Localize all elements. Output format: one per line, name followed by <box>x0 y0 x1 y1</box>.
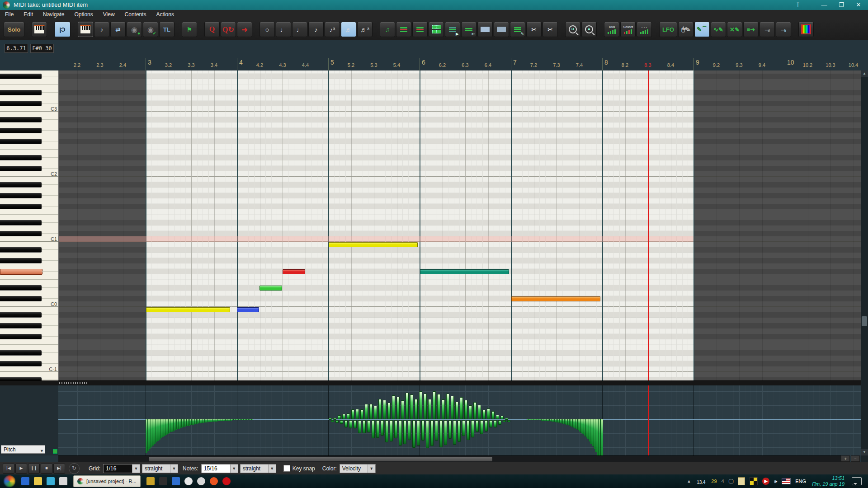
piano-keyboard[interactable]: C3C2C1C0C-1 <box>0 70 59 380</box>
legato-button[interactable]: ♫ <box>380 22 395 37</box>
batman-app-icon[interactable] <box>750 477 758 485</box>
midi-note-C1[interactable] <box>146 307 230 312</box>
key-F#2[interactable] <box>0 139 42 144</box>
key-G#0[interactable] <box>0 258 42 263</box>
maximize-button[interactable]: ❐ <box>835 1 848 9</box>
key-C#2[interactable] <box>0 166 42 171</box>
play-button[interactable]: ▶ <box>15 464 27 474</box>
key-D#0[interactable] <box>0 285 42 291</box>
event-list-button[interactable]: ≡➜ <box>743 22 759 37</box>
key-D#-1[interactable] <box>0 350 42 356</box>
media-player-icon[interactable] <box>47 477 55 485</box>
pause-button[interactable]: ❙❙ <box>28 464 40 474</box>
clipboard-icon[interactable] <box>738 477 745 485</box>
note-color-button[interactable] <box>798 22 814 37</box>
stop-button[interactable]: ■ <box>41 464 52 474</box>
key-G#-1[interactable] <box>0 323 42 328</box>
grid-shape-combo[interactable]: straight▼ <box>142 464 178 473</box>
solo-button[interactable]: Solo <box>4 22 24 37</box>
horizontal-scrollbar[interactable] <box>58 455 841 462</box>
note-sixteenth-triplet-button[interactable]: ♬³ <box>357 22 373 37</box>
midi-note-C2[interactable] <box>329 242 418 247</box>
ie-icon[interactable] <box>21 477 29 485</box>
go-start-button[interactable]: |◀ <box>3 464 14 474</box>
chrome-icon[interactable] <box>197 477 205 485</box>
menu-item-actions[interactable]: Actions <box>151 10 179 19</box>
close-button[interactable]: ✕ <box>852 1 865 9</box>
speaker-icon[interactable]: 🕪 <box>774 479 777 484</box>
note-length-combo[interactable]: 15/16▼ <box>201 464 238 473</box>
note-whole-button[interactable]: ○ <box>259 22 275 37</box>
scroll-down-arrow[interactable]: ▼ <box>861 449 868 455</box>
tray-expand-arrow[interactable]: ▲ <box>687 479 691 483</box>
taskbar-app-button[interactable]: [unsaved project] - R... <box>73 475 141 487</box>
midi-note-D1[interactable] <box>511 296 600 301</box>
key-A#-2[interactable] <box>0 377 42 380</box>
menu-item-options[interactable]: Options <box>69 10 98 19</box>
folder-icon[interactable] <box>34 477 42 485</box>
display-icon[interactable]: 🖵 <box>729 479 734 484</box>
note-sixteenth-button[interactable]: ♬ <box>341 22 356 37</box>
lfo-button[interactable]: LFO <box>659 22 677 37</box>
unquantize-button[interactable]: ➜ <box>237 22 252 37</box>
note-eighth-button[interactable]: ♪ <box>308 22 324 37</box>
mail-icon[interactable] <box>59 477 67 485</box>
key-D#1[interactable] <box>0 220 42 225</box>
pin-icon[interactable]: ⍑ <box>791 1 805 9</box>
key-A#1[interactable] <box>0 182 42 188</box>
draw-ramp-button[interactable]: ✎ <box>510 22 525 37</box>
splitter-drag-handle[interactable] <box>59 382 88 384</box>
join-notes-button[interactable] <box>477 22 493 37</box>
paint-icon[interactable] <box>146 477 155 485</box>
key-C#-1[interactable] <box>0 361 42 366</box>
ruler[interactable]: 6.3.71 F#0 30 2.22.32.433.23.33.444.24.3… <box>0 40 868 70</box>
hzoom-out-button[interactable]: － <box>851 455 860 462</box>
midi-note-C1[interactable] <box>237 307 259 312</box>
firefox-icon[interactable] <box>210 477 218 485</box>
play-tray-icon[interactable]: ▶ <box>762 478 769 485</box>
key-G#1[interactable] <box>0 193 42 198</box>
hzoom-in-button[interactable]: ＋ <box>841 455 850 462</box>
language-flag-icon[interactable] <box>782 478 791 484</box>
requantize-button[interactable]: Q↻ <box>221 22 236 37</box>
split-at-edit-button[interactable]: ✂ <box>526 22 542 37</box>
key-C#1[interactable] <box>0 231 42 236</box>
velocity-select-button[interactable]: Select <box>620 22 636 37</box>
pitch-cc-lane[interactable] <box>58 385 861 455</box>
zoom-selection-button[interactable]: A <box>581 22 597 37</box>
actions-button[interactable]: ⚑ <box>182 22 197 37</box>
grid-size-combo[interactable]: 1/16▼ <box>103 464 140 473</box>
key-F#-1[interactable] <box>0 334 42 339</box>
cc-lane-selector[interactable]: Pitch ▼ <box>1 445 45 454</box>
fit-notes-button[interactable]: ⇤ <box>461 22 476 37</box>
draw-sine-button[interactable]: ∿✎ <box>711 22 726 37</box>
key-A#2[interactable] <box>0 117 42 122</box>
zoom-content-button[interactable]: H <box>565 22 580 37</box>
midi-note-E1[interactable] <box>259 286 282 291</box>
key-snap-checkbox[interactable] <box>283 465 290 472</box>
dock-button[interactable]: |Ɔ <box>54 22 71 37</box>
menu-item-file[interactable]: File <box>0 10 19 19</box>
vertical-scrollbar[interactable] <box>861 70 868 462</box>
draw-curve-button[interactable]: ✎⌒ <box>694 22 710 37</box>
browser-icon[interactable] <box>184 477 193 485</box>
draw-cross-button[interactable]: ✕✎ <box>727 22 742 37</box>
editor-icon[interactable] <box>159 477 167 485</box>
extend-notes-button[interactable]: ▶ <box>445 22 460 37</box>
note-shape-combo[interactable]: straight▼ <box>240 464 276 473</box>
opera-icon[interactable] <box>222 477 231 485</box>
ramp-up-button[interactable]: –ᵢₗ <box>760 22 775 37</box>
go-end-button[interactable]: ▶| <box>53 464 65 474</box>
lane-resize-grip[interactable] <box>53 449 57 454</box>
menu-item-contents[interactable]: Contents <box>120 10 151 19</box>
event-properties-button[interactable]: ⇄ <box>110 22 126 37</box>
piano-roll-view-button[interactable] <box>78 22 93 37</box>
humanize-button[interactable] <box>396 22 411 37</box>
midi-note-G1[interactable] <box>283 269 305 274</box>
language-label[interactable]: ENG <box>795 479 806 484</box>
split-selected-button[interactable]: ✂ <box>542 22 558 37</box>
menu-item-view[interactable]: View <box>98 10 120 19</box>
key-G#2[interactable] <box>0 128 42 133</box>
menu-item-edit[interactable]: Edit <box>19 10 38 19</box>
action-center-icon[interactable] <box>852 477 862 485</box>
